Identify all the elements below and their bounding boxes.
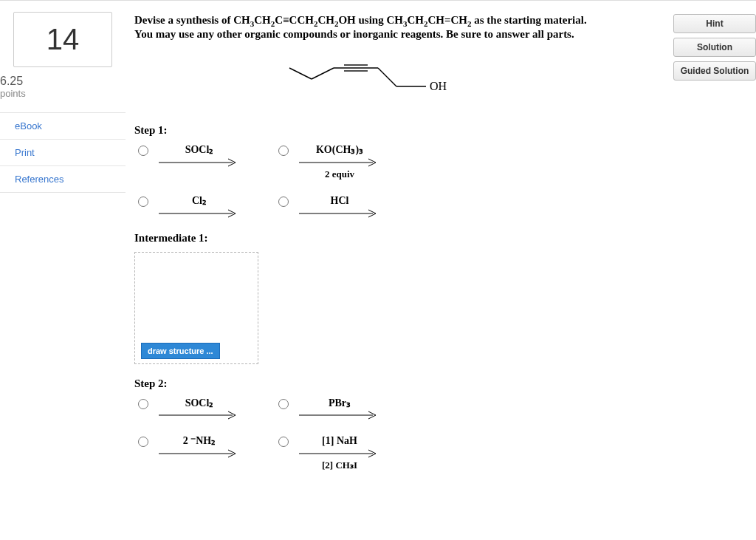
step2-option-b[interactable]: PBr₃	[278, 397, 426, 421]
reagent-below-label: 2 equiv	[325, 168, 354, 180]
points-value: 6.25	[0, 75, 112, 88]
hint-button[interactable]: Hint	[673, 14, 756, 33]
step2-option-d[interactable]: [1] NaH [2] CH₃I	[278, 435, 426, 471]
arrow-icon	[299, 448, 380, 459]
arrow-icon	[299, 208, 380, 219]
radio-icon[interactable]	[278, 196, 289, 207]
arrow-icon	[159, 208, 240, 219]
step2-option-c[interactable]: 2 ⁻NH₂	[138, 435, 278, 471]
guided-solution-button[interactable]: Guided Solution	[673, 61, 756, 81]
main-content: Hint Solution Guided Solution Devise a s…	[126, 1, 756, 540]
step2-label: Step 2:	[134, 377, 745, 390]
reagent-label: HCl	[331, 195, 349, 208]
question-text: Devise a synthesis of CH3CH2C≡CCH2CH2OH …	[134, 14, 745, 41]
reagent-label: SOCl₂	[185, 144, 214, 157]
intermediate1-box[interactable]: draw structure ...	[134, 252, 258, 364]
svg-line-1	[312, 68, 334, 79]
sidebar: 14 6.25 points eBook Print References	[0, 1, 126, 540]
radio-icon[interactable]	[278, 437, 289, 447]
print-link[interactable]: Print	[0, 140, 126, 166]
svg-line-5	[378, 68, 396, 86]
reagent-label: Cl₂	[192, 195, 207, 208]
step1-option-d[interactable]: HCl	[278, 195, 426, 219]
svg-line-0	[289, 68, 312, 79]
arrow-icon	[159, 157, 240, 168]
step2-options: SOCl₂ PBr₃ 2 ⁻NH₂	[138, 397, 745, 472]
reagent-label: [1] NaH	[322, 435, 357, 448]
question-number-box: 14	[13, 12, 112, 67]
step1-option-c[interactable]: Cl₂	[138, 195, 278, 219]
radio-icon[interactable]	[278, 399, 289, 409]
arrow-icon	[299, 157, 380, 168]
step1-label: Step 1:	[134, 124, 745, 137]
reagent-label: 2 ⁻NH₂	[183, 435, 216, 448]
step1-option-b[interactable]: KO(CH₃)₃ 2 equiv	[278, 144, 426, 180]
molecule-structure: OH	[282, 57, 474, 109]
right-button-panel: Hint Solution Guided Solution	[673, 14, 756, 85]
step1-options: SOCl₂ KO(CH₃)₃ 2 equiv Cl₂	[138, 144, 745, 219]
points-area: 6.25 points	[0, 75, 126, 112]
reagent-label: KO(CH₃)₃	[316, 144, 363, 157]
step1-option-a[interactable]: SOCl₂	[138, 144, 278, 180]
radio-icon[interactable]	[138, 437, 148, 447]
reagent-label: SOCl₂	[185, 397, 214, 410]
draw-structure-button[interactable]: draw structure ...	[141, 343, 220, 359]
solution-button[interactable]: Solution	[673, 38, 756, 57]
reagent-label: PBr₃	[329, 397, 351, 410]
side-links: eBook Print References	[0, 112, 126, 193]
points-label: points	[0, 88, 112, 99]
references-link[interactable]: References	[0, 166, 126, 193]
radio-icon[interactable]	[138, 196, 148, 207]
arrow-icon	[159, 448, 240, 459]
question-number: 14	[47, 23, 80, 55]
radio-icon[interactable]	[138, 399, 148, 409]
arrow-icon	[299, 410, 380, 420]
radio-icon[interactable]	[278, 146, 289, 156]
oh-label: OH	[430, 80, 447, 92]
step2-option-a[interactable]: SOCl₂	[138, 397, 278, 421]
ebook-link[interactable]: eBook	[0, 113, 126, 140]
reagent-below-label: [2] CH₃I	[322, 459, 357, 471]
arrow-icon	[159, 410, 240, 420]
intermediate1-label: Intermediate 1:	[134, 232, 745, 245]
radio-icon[interactable]	[138, 146, 148, 156]
